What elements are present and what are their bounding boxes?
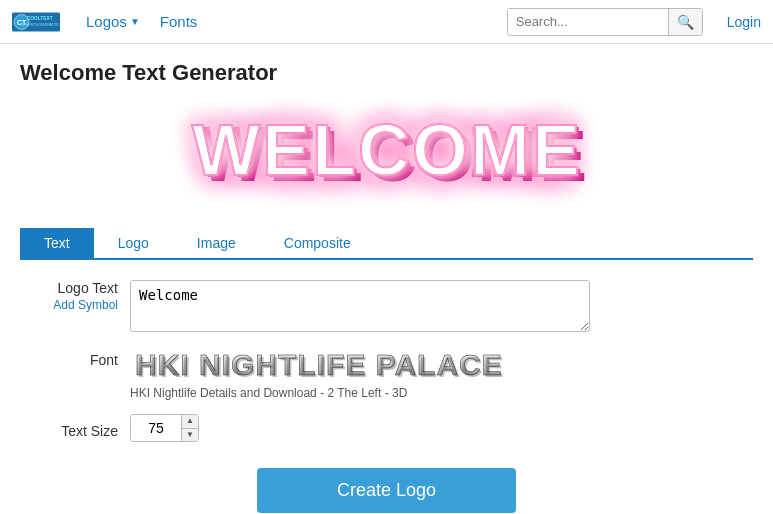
fonts-nav-link[interactable]: Fonts <box>160 13 198 30</box>
svg-text:HKI NIGHTLIFE PALACE: HKI NIGHTLIFE PALACE <box>137 350 505 383</box>
logo-text-input[interactable]: Welcome <box>130 280 590 332</box>
font-preview-svg: HKI NIGHTLIFE PALACE HKI NIGHTLIFE PALAC… <box>130 345 560 383</box>
fonts-label: Fonts <box>160 13 198 30</box>
size-input-wrap: 75 ▲ ▼ <box>130 414 199 442</box>
search-input[interactable] <box>508 9 668 35</box>
size-down-button[interactable]: ▼ <box>182 429 198 443</box>
logo-text-label: Logo Text <box>58 280 118 296</box>
font-display: HKI NIGHTLIFE PALACE HKI NIGHTLIFE PALAC… <box>130 346 560 400</box>
logos-label: Logos <box>86 13 127 30</box>
tab-logo[interactable]: Logo <box>94 228 173 258</box>
main-nav: Logos ▼ Fonts <box>86 13 197 30</box>
header: CT COOLTEXT GRAPHICS GENERATOR Logos ▼ F… <box>0 0 773 44</box>
search-area: 🔍 <box>507 8 703 36</box>
font-row: Font HKI NIGHTLIFE PALACE <box>30 346 743 400</box>
preview-area: WELCOME WELCOME WELCOME WELCOME WELCOME <box>20 96 753 216</box>
create-logo-button[interactable]: Create Logo <box>257 468 516 513</box>
font-details-link[interactable]: HKI Nightlife Details and Download <box>130 386 320 400</box>
font-info: HKI Nightlife Details and Download - 2 T… <box>130 386 560 400</box>
svg-text:WELCOME: WELCOME <box>192 110 582 190</box>
logos-nav-link[interactable]: Logos ▼ <box>86 13 140 30</box>
search-icon: 🔍 <box>677 14 694 30</box>
welcome-preview: WELCOME WELCOME WELCOME WELCOME WELCOME <box>137 99 637 213</box>
login-link[interactable]: Login <box>727 14 761 30</box>
welcome-svg: WELCOME WELCOME WELCOME WELCOME WELCOME <box>137 99 637 209</box>
cooltext-logo: CT COOLTEXT GRAPHICS GENERATOR <box>12 6 60 38</box>
add-symbol-link[interactable]: Add Symbol <box>53 298 118 312</box>
search-button[interactable]: 🔍 <box>668 9 702 35</box>
svg-text:GRAPHICS GENERATOR: GRAPHICS GENERATOR <box>21 23 59 27</box>
logo-link[interactable]: CT COOLTEXT GRAPHICS GENERATOR <box>12 6 60 38</box>
font-label: Font <box>30 346 130 368</box>
main-content: Welcome Text Generator <box>0 44 773 514</box>
tab-image[interactable]: Image <box>173 228 260 258</box>
page-title: Welcome Text Generator <box>20 60 753 86</box>
font-3d-link[interactable]: 3D <box>392 386 407 400</box>
dropdown-arrow-icon: ▼ <box>130 16 140 27</box>
form-area: Logo Text Add Symbol Welcome Font <box>20 276 753 460</box>
logo-text-row: Logo Text Add Symbol Welcome <box>30 280 743 332</box>
size-arrows: ▲ ▼ <box>181 414 198 442</box>
size-input[interactable]: 75 <box>131 415 181 441</box>
create-btn-row: Create Logo <box>20 468 753 513</box>
svg-text:COOLTEXT: COOLTEXT <box>27 15 53 20</box>
font-2theleft-link[interactable]: 2 The Left <box>327 386 384 400</box>
font-preview[interactable]: HKI NIGHTLIFE PALACE HKI NIGHTLIFE PALAC… <box>130 346 560 382</box>
text-size-label: Text Size <box>30 417 130 439</box>
logo-text-label-group: Logo Text Add Symbol <box>30 280 130 312</box>
size-up-button[interactable]: ▲ <box>182 414 198 429</box>
text-size-row: Text Size 75 ▲ ▼ <box>30 414 743 442</box>
tab-composite[interactable]: Composite <box>260 228 375 258</box>
tab-text[interactable]: Text <box>20 228 94 258</box>
tabs: Text Logo Image Composite <box>20 228 753 260</box>
